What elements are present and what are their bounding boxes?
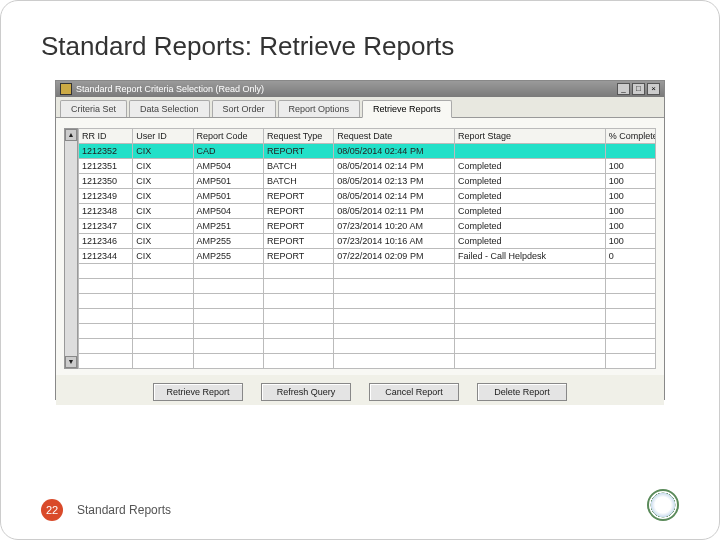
cell-rr[interactable] [79,339,133,354]
cell-stage[interactable] [454,279,605,294]
cell-rr[interactable]: 1212352 [79,144,133,159]
table-row[interactable] [79,264,656,279]
cell-user[interactable] [133,324,193,339]
cell-pct[interactable]: 100 [605,159,655,174]
cell-rr[interactable] [79,294,133,309]
tab-report-options[interactable]: Report Options [278,100,361,117]
cell-pct[interactable] [605,354,655,369]
table-row[interactable]: 1212351CIXAMP504BATCH08/05/2014 02:14 PM… [79,159,656,174]
cell-pct[interactable] [605,339,655,354]
cell-user[interactable] [133,309,193,324]
cell-stage[interactable]: Completed [454,159,605,174]
cell-stage[interactable]: Completed [454,174,605,189]
cell-code[interactable] [193,324,263,339]
cell-user[interactable]: CIX [133,144,193,159]
cell-type[interactable] [263,294,333,309]
minimize-button[interactable]: _ [617,83,630,95]
tab-data-selection[interactable]: Data Selection [129,100,210,117]
cell-date[interactable]: 07/22/2014 02:09 PM [334,249,455,264]
cell-rr[interactable]: 1212350 [79,174,133,189]
cell-type[interactable]: REPORT [263,249,333,264]
cell-type[interactable] [263,324,333,339]
cancel-report-button[interactable]: Cancel Report [369,383,459,401]
col-request-date[interactable]: Request Date [334,129,455,144]
cell-rr[interactable] [79,354,133,369]
cell-code[interactable]: AMP501 [193,174,263,189]
cell-user[interactable]: CIX [133,159,193,174]
cell-user[interactable]: CIX [133,174,193,189]
cell-code[interactable]: AMP504 [193,204,263,219]
cell-date[interactable] [334,339,455,354]
cell-rr[interactable] [79,309,133,324]
cell-date[interactable]: 08/05/2014 02:44 PM [334,144,455,159]
table-row[interactable] [79,279,656,294]
cell-date[interactable]: 08/05/2014 02:13 PM [334,174,455,189]
cell-rr[interactable]: 1212344 [79,249,133,264]
cell-rr[interactable]: 1212351 [79,159,133,174]
cell-date[interactable]: 08/05/2014 02:14 PM [334,189,455,204]
cell-date[interactable] [334,264,455,279]
cell-type[interactable]: REPORT [263,204,333,219]
cell-type[interactable]: REPORT [263,144,333,159]
cell-stage[interactable] [454,294,605,309]
cell-rr[interactable] [79,279,133,294]
cell-pct[interactable]: 100 [605,204,655,219]
table-row[interactable] [79,324,656,339]
tab-retrieve-reports[interactable]: Retrieve Reports [362,100,452,118]
cell-stage[interactable] [454,339,605,354]
scroll-up-button[interactable]: ▲ [65,129,77,141]
delete-report-button[interactable]: Delete Report [477,383,567,401]
cell-rr[interactable] [79,264,133,279]
cell-pct[interactable]: 100 [605,174,655,189]
col-pct-complete[interactable]: % Complete [605,129,655,144]
col-report-code[interactable]: Report Code [193,129,263,144]
cell-user[interactable]: CIX [133,204,193,219]
cell-stage[interactable] [454,324,605,339]
cell-code[interactable] [193,279,263,294]
cell-date[interactable]: 07/23/2014 10:20 AM [334,219,455,234]
cell-type[interactable]: BATCH [263,159,333,174]
cell-type[interactable] [263,339,333,354]
cell-code[interactable]: AMP251 [193,219,263,234]
cell-user[interactable] [133,264,193,279]
cell-pct[interactable]: 100 [605,219,655,234]
cell-type[interactable]: REPORT [263,234,333,249]
cell-type[interactable] [263,354,333,369]
table-row[interactable]: 1212344CIXAMP255REPORT07/22/2014 02:09 P… [79,249,656,264]
cell-stage[interactable] [454,144,605,159]
col-rr-id[interactable]: RR ID [79,129,133,144]
scroll-down-button[interactable]: ▼ [65,356,77,368]
table-row[interactable]: 1212350CIXAMP501BATCH08/05/2014 02:13 PM… [79,174,656,189]
table-row[interactable] [79,294,656,309]
cell-code[interactable] [193,339,263,354]
cell-pct[interactable]: 0 [605,249,655,264]
cell-rr[interactable]: 1212348 [79,204,133,219]
cell-rr[interactable]: 1212349 [79,189,133,204]
cell-type[interactable]: BATCH [263,174,333,189]
cell-pct[interactable] [605,144,655,159]
cell-date[interactable] [334,294,455,309]
cell-code[interactable]: CAD [193,144,263,159]
cell-user[interactable]: CIX [133,189,193,204]
cell-type[interactable] [263,309,333,324]
cell-pct[interactable] [605,309,655,324]
table-row[interactable] [79,339,656,354]
refresh-query-button[interactable]: Refresh Query [261,383,351,401]
cell-date[interactable]: 07/23/2014 10:16 AM [334,234,455,249]
col-report-stage[interactable]: Report Stage [454,129,605,144]
cell-user[interactable]: CIX [133,249,193,264]
cell-stage[interactable]: Completed [454,189,605,204]
cell-stage[interactable]: Completed [454,234,605,249]
col-user-id[interactable]: User ID [133,129,193,144]
cell-pct[interactable]: 100 [605,234,655,249]
cell-date[interactable]: 08/05/2014 02:14 PM [334,159,455,174]
cell-stage[interactable]: Completed [454,204,605,219]
table-row[interactable] [79,354,656,369]
table-row[interactable]: 1212352CIXCADREPORT08/05/2014 02:44 PM [79,144,656,159]
maximize-button[interactable]: □ [632,83,645,95]
cell-type[interactable]: REPORT [263,189,333,204]
cell-pct[interactable] [605,279,655,294]
table-row[interactable]: 1212349CIXAMP501REPORT08/05/2014 02:14 P… [79,189,656,204]
table-row[interactable]: 1212347CIXAMP251REPORT07/23/2014 10:20 A… [79,219,656,234]
cell-stage[interactable] [454,354,605,369]
